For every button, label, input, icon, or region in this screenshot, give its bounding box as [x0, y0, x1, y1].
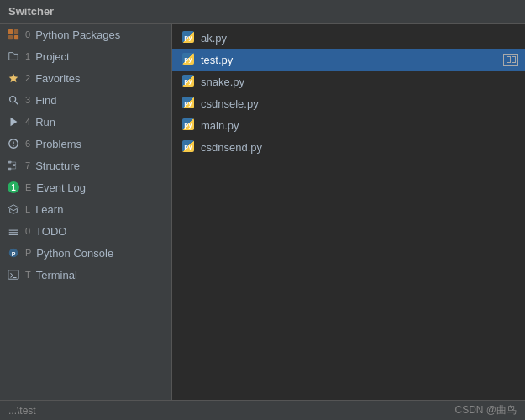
project-icon [7, 50, 20, 63]
svg-rect-2 [8, 35, 13, 39]
sidebar-item-label-structure: Structure [35, 160, 80, 172]
sidebar-item-label-event-log: Event Log [36, 181, 86, 194]
sidebar-item-terminal[interactable]: TTerminal [0, 264, 171, 286]
structure-icon [7, 159, 20, 172]
sidebar-item-structure[interactable]: 7Structure [0, 155, 171, 176]
sidebar-item-learn[interactable]: LLearn [0, 198, 171, 220]
svg-rect-12 [13, 164, 16, 166]
window-title: Switcher [8, 5, 54, 18]
sidebar-item-label-problems: Problems [35, 138, 81, 150]
split-view-indicator[interactable] [503, 54, 518, 66]
console-icon: P [7, 246, 20, 260]
file-list: pyak.pypytest.pypysnake.pypycsdnsele.pyp… [172, 24, 525, 400]
svg-marker-7 [11, 118, 18, 127]
find-icon [7, 93, 20, 107]
file-item-snake-py[interactable]: pysnake.py [172, 71, 525, 92]
svg-marker-4 [9, 74, 18, 83]
favorites-icon [7, 71, 20, 85]
sidebar-item-label-python-console: Python Console [36, 247, 113, 260]
file-item-csdnsend-py[interactable]: pycsdnsend.py [172, 136, 525, 158]
file-name-snake-py: snake.py [201, 76, 244, 88]
sidebar-item-shortcut-python-console: P [25, 248, 31, 258]
sidebar-item-event-log[interactable]: 1EEvent Log [0, 176, 171, 198]
eventlog-icon: 1 [7, 181, 20, 194]
svg-text:P: P [12, 251, 16, 257]
file-icon-ak-py: py [182, 31, 196, 45]
file-name-csdnsele-py: csdnsele.py [201, 97, 259, 110]
sidebar-item-python-console[interactable]: P PPython Console [0, 242, 171, 264]
svg-point-10 [13, 145, 13, 146]
sidebar-item-shortcut-problems: 6 [25, 139, 30, 149]
sidebar-item-label-project: Project [35, 50, 69, 63]
packages-icon [7, 28, 20, 41]
file-item-csdnsele-py[interactable]: pycsdnsele.py [172, 92, 525, 114]
sidebar-item-label-todo: TODO [35, 225, 66, 238]
file-item-main-py[interactable]: pymain.py [172, 114, 525, 136]
learn-icon [7, 202, 20, 216]
sidebar-item-project[interactable]: 1Project [0, 45, 171, 67]
sidebar-item-label-learn: Learn [35, 203, 63, 216]
sidebar-item-shortcut-learn: L [25, 204, 30, 214]
sidebar-item-run[interactable]: 4Run [0, 111, 171, 133]
file-name-ak-py: ak.py [201, 32, 227, 45]
sidebar-item-shortcut-event-log: E [25, 182, 31, 192]
sidebar-item-label-terminal: Terminal [36, 269, 77, 281]
title-bar: Switcher [0, 0, 525, 24]
sidebar-item-label-python-packages: Python Packages [35, 29, 120, 41]
svg-rect-13 [8, 168, 12, 171]
svg-point-5 [10, 97, 16, 102]
sidebar-item-problems[interactable]: 6Problems [0, 133, 171, 155]
file-name-test-py: test.py [201, 54, 233, 66]
sidebar: 0Python Packages 1Project 2Favorites 3Fi… [0, 24, 172, 400]
sidebar-item-todo[interactable]: 0TODO [0, 220, 171, 242]
status-path: ...\test [8, 405, 36, 417]
svg-rect-1 [14, 29, 18, 34]
file-icon-csdnsele-py: py [182, 97, 196, 110]
sidebar-item-shortcut-todo: 0 [25, 226, 30, 236]
sidebar-item-favorites[interactable]: 2Favorites [0, 67, 171, 89]
sidebar-item-shortcut-python-packages: 0 [25, 29, 30, 39]
sidebar-item-shortcut-find: 3 [25, 95, 30, 105]
sidebar-item-shortcut-terminal: T [25, 270, 31, 280]
file-icon-main-py: py [182, 118, 196, 132]
svg-rect-11 [8, 161, 12, 164]
file-item-ak-py[interactable]: pyak.py [172, 27, 525, 49]
file-icon-csdnsend-py: py [182, 140, 196, 154]
file-name-main-py: main.py [201, 119, 239, 132]
sidebar-item-shortcut-structure: 7 [25, 160, 30, 171]
problems-icon [7, 137, 20, 150]
run-icon [7, 115, 20, 129]
svg-rect-3 [14, 35, 18, 39]
sidebar-item-shortcut-run: 4 [25, 117, 30, 127]
file-item-test-py[interactable]: pytest.py [172, 49, 525, 71]
status-branding: CSDN @曲鸟 [454, 403, 517, 417]
sidebar-item-shortcut-project: 1 [25, 51, 30, 61]
svg-rect-0 [8, 29, 13, 34]
terminal-icon [7, 268, 20, 281]
sidebar-item-find[interactable]: 3Find [0, 89, 171, 111]
sidebar-item-label-find: Find [35, 94, 56, 107]
sidebar-item-python-packages[interactable]: 0Python Packages [0, 24, 171, 45]
file-name-csdnsend-py: csdnsend.py [201, 141, 262, 154]
main-content: 0Python Packages 1Project 2Favorites 3Fi… [0, 24, 525, 400]
svg-line-6 [15, 102, 18, 105]
todo-icon [7, 224, 20, 238]
file-icon-snake-py: py [182, 75, 196, 88]
sidebar-item-label-run: Run [35, 116, 55, 129]
sidebar-item-shortcut-favorites: 2 [25, 73, 30, 83]
sidebar-item-label-favorites: Favorites [35, 72, 80, 85]
status-bar: ...\test CSDN @曲鸟 [0, 400, 525, 420]
file-icon-test-py: py [182, 53, 196, 66]
